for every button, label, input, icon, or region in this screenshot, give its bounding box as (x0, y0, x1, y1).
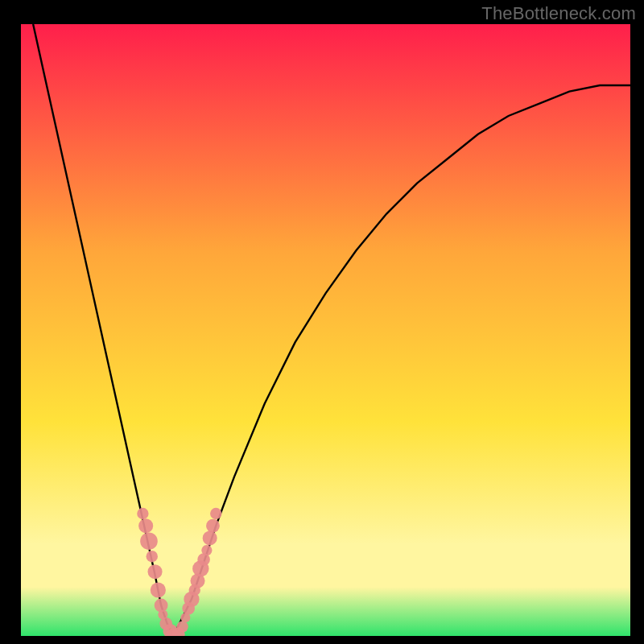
watermark-text: TheBottleneck.com (481, 3, 636, 24)
marker-dot (201, 545, 212, 555)
marker-dot (206, 519, 220, 533)
marker-dot (137, 508, 148, 519)
marker-dot (140, 532, 158, 550)
gradient-background (21, 24, 630, 636)
marker-dot (148, 564, 163, 579)
chart-stage: TheBottleneck.com (0, 0, 644, 644)
marker-dot (147, 551, 158, 562)
marker-dot (151, 582, 166, 597)
marker-dot (138, 518, 153, 533)
marker-dot (210, 508, 221, 519)
marker-dot (176, 621, 188, 632)
plot-area (21, 24, 630, 636)
marker-dot (203, 530, 217, 545)
bottleneck-chart-svg (21, 24, 630, 636)
